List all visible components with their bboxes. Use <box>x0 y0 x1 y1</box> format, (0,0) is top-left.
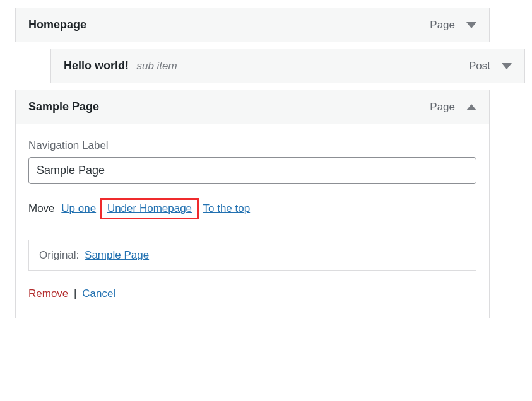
highlight-box: Under Homepage <box>100 198 199 219</box>
menu-item-title-wrap: Homepage <box>28 18 86 32</box>
chevron-down-icon[interactable] <box>466 22 476 28</box>
original-box: Original: Sample Page <box>28 240 476 271</box>
nav-label-label: Navigation Label <box>28 139 476 152</box>
menu-item-type: Post <box>469 60 490 73</box>
menu-item-right: Post <box>469 60 512 73</box>
original-link[interactable]: Sample Page <box>85 249 149 261</box>
move-to-top-link[interactable]: To the top <box>203 202 251 214</box>
chevron-down-icon[interactable] <box>502 63 512 69</box>
menu-item-header[interactable]: Homepage Page <box>16 8 489 42</box>
chevron-up-icon[interactable] <box>466 104 476 110</box>
menu-item-header[interactable]: Hello world! sub item Post <box>51 49 524 83</box>
move-row: Move Up one Under Homepage To the top <box>28 198 476 219</box>
nav-label-input[interactable] <box>28 157 476 184</box>
sub-item-label: sub item <box>136 60 177 72</box>
remove-link[interactable]: Remove <box>28 288 68 299</box>
menu-item-header[interactable]: Sample Page Page <box>16 90 489 124</box>
menu-item-sample-page: Sample Page Page Navigation Label Move U… <box>15 90 490 318</box>
menu-item-title: Hello world! <box>64 59 129 72</box>
menu-item-body: Navigation Label Move Up one Under Homep… <box>16 124 489 318</box>
actions-row: Remove | Cancel <box>28 288 476 300</box>
original-label: Original: <box>39 249 79 261</box>
actions-divider: | <box>74 288 76 299</box>
move-label: Move <box>28 202 55 214</box>
menu-item-type: Page <box>430 101 455 113</box>
menu-item-title: Sample Page <box>28 100 99 113</box>
move-under-homepage-link[interactable]: Under Homepage <box>107 202 192 214</box>
menu-item-hello-world: Hello world! sub item Post <box>50 49 525 83</box>
menu-item-type: Page <box>430 19 455 32</box>
cancel-link[interactable]: Cancel <box>82 288 115 299</box>
move-up-one-link[interactable]: Up one <box>61 202 96 214</box>
menu-item-title-wrap: Hello world! sub item <box>64 59 177 73</box>
menu-item-title: Homepage <box>28 18 86 31</box>
menu-item-title-wrap: Sample Page <box>28 100 99 113</box>
menu-item-homepage: Homepage Page <box>15 8 490 42</box>
menu-item-right: Page <box>430 19 476 32</box>
menu-item-right: Page <box>430 101 476 113</box>
